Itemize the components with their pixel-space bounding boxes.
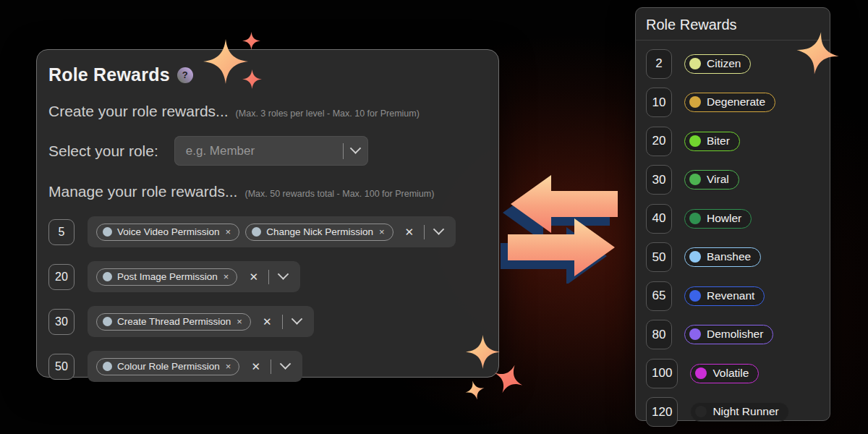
role-tag[interactable]: Change Nick Permission ×	[245, 224, 393, 241]
role-pill[interactable]: Volatile	[690, 364, 759, 383]
chevron-down-icon[interactable]	[280, 358, 292, 370]
level-box[interactable]: 20	[48, 264, 75, 290]
remove-row-icon[interactable]: ✕	[249, 271, 258, 284]
reward-row: 5 Voice Video Permission × Change Nick P…	[48, 216, 498, 247]
divider	[343, 143, 344, 159]
remove-tag-icon[interactable]: ×	[224, 271, 229, 282]
swap-arrows-icon	[501, 171, 625, 284]
reward-row: 10 Degenerate	[646, 87, 820, 119]
chevron-down-icon[interactable]	[349, 142, 361, 154]
level-box[interactable]: 20	[646, 127, 672, 156]
role-rewards-list-panel: Role Rewards 2 Citizen 10 Degenerate 20 …	[635, 7, 830, 421]
panel-title: Role Rewards	[646, 17, 820, 33]
select-role-label: Select your role:	[48, 142, 158, 160]
role-tag[interactable]: Colour Role Permission ×	[96, 358, 239, 375]
role-pill[interactable]: Banshee	[684, 247, 761, 267]
level-box[interactable]: 50	[646, 242, 672, 272]
level-box[interactable]: 80	[646, 320, 672, 349]
create-section-heading: Create your role rewards... (Max. 3 role…	[48, 103, 498, 120]
role-select-row: Select your role: e.g. Member	[48, 136, 498, 166]
role-color-dot	[689, 96, 701, 108]
level-box[interactable]: 50	[48, 354, 75, 380]
role-pill[interactable]: Revenant	[684, 286, 765, 306]
role-color-dot	[252, 227, 261, 237]
role-tag-label: Create Thread Permission	[117, 316, 231, 327]
role-select-dropdown[interactable]: e.g. Member	[174, 136, 368, 166]
level-box[interactable]: 65	[646, 281, 672, 311]
reward-row: 30 Create Thread Permission × ✕	[48, 306, 498, 337]
role-color-dot	[689, 174, 701, 185]
divider	[268, 270, 269, 284]
chevron-down-icon[interactable]	[278, 268, 289, 280]
role-tag[interactable]: Post Image Permission ×	[96, 268, 237, 286]
left-rows: 5 Voice Video Permission × Change Nick P…	[48, 216, 498, 382]
role-color-dot	[103, 317, 112, 326]
reward-row: 80 Demolisher	[646, 319, 820, 351]
role-color-dot	[103, 362, 112, 371]
right-rows: 2 Citizen 10 Degenerate 20 Biter 30 Vira…	[646, 48, 820, 428]
role-name: Citizen	[707, 57, 741, 70]
role-rewards-config-panel: Role Rewards ? Create your role rewards.…	[36, 49, 499, 378]
reward-row: 50 Colour Role Permission × ✕	[48, 351, 498, 382]
role-color-dot	[689, 328, 701, 340]
manage-heading: Manage your role rewards...	[48, 183, 237, 200]
remove-row-icon[interactable]: ✕	[251, 360, 260, 373]
role-name: Degenerate	[707, 95, 765, 109]
level-box[interactable]: 5	[48, 219, 75, 245]
role-name: Revenant	[707, 289, 754, 302]
level-box[interactable]: 10	[646, 88, 672, 117]
remove-row-icon[interactable]: ✕	[263, 315, 272, 328]
reward-row-body: Voice Video Permission × Change Nick Per…	[88, 216, 456, 247]
reward-row: 40 Howler	[646, 203, 820, 234]
role-color-dot	[103, 272, 112, 281]
role-color-dot	[689, 290, 701, 302]
level-box[interactable]: 120	[646, 397, 678, 427]
remove-tag-icon[interactable]: ×	[226, 361, 231, 372]
role-tag-label: Colour Role Permission	[117, 361, 220, 372]
remove-tag-icon[interactable]: ×	[379, 226, 385, 237]
role-name: Volatile	[712, 367, 749, 380]
role-color-dot	[689, 58, 701, 69]
reward-row: 2 Citizen	[646, 48, 820, 80]
role-pill[interactable]: Degenerate	[684, 93, 775, 112]
role-pill[interactable]: Viral	[684, 170, 739, 190]
help-icon[interactable]: ?	[177, 67, 193, 83]
role-pill[interactable]: Demolisher	[684, 325, 773, 344]
role-color-dot	[689, 251, 701, 263]
role-name: Banshee	[707, 250, 751, 263]
reward-row-body: Colour Role Permission × ✕	[88, 351, 302, 382]
role-color-dot	[695, 367, 707, 379]
role-name: Biter	[707, 135, 730, 148]
role-pill[interactable]: Night Runner	[690, 402, 788, 422]
role-name: Howler	[707, 212, 741, 225]
reward-row: 120 Night Runner	[646, 396, 820, 428]
divider	[424, 225, 425, 239]
level-box[interactable]: 100	[646, 359, 678, 388]
level-box[interactable]: 2	[646, 49, 672, 79]
role-tag[interactable]: Create Thread Permission ×	[96, 313, 251, 331]
role-pill[interactable]: Howler	[684, 209, 752, 229]
reward-row-body: Create Thread Permission × ✕	[88, 306, 314, 337]
level-box[interactable]: 30	[646, 165, 672, 195]
create-hint: (Max. 3 roles per level - Max. 10 for Pr…	[236, 109, 420, 119]
manage-hint: (Max. 50 rewards total - Max. 100 for Pr…	[244, 189, 434, 199]
reward-row: 100 Volatile	[646, 357, 820, 389]
level-box[interactable]: 40	[646, 204, 672, 234]
role-tag-label: Change Nick Permission	[266, 226, 373, 237]
divider	[271, 359, 271, 374]
role-pill[interactable]: Biter	[684, 132, 740, 151]
remove-tag-icon[interactable]: ×	[237, 316, 242, 327]
level-box[interactable]: 30	[48, 309, 75, 335]
role-name: Night Runner	[712, 405, 778, 418]
role-tag[interactable]: Voice Video Permission ×	[96, 224, 239, 241]
divider	[636, 40, 830, 41]
sparkle-icon	[463, 378, 487, 402]
role-pill[interactable]: Citizen	[684, 54, 751, 74]
remove-tag-icon[interactable]: ×	[226, 226, 231, 237]
divider	[282, 315, 283, 329]
chevron-down-icon[interactable]	[433, 224, 445, 235]
remove-row-icon[interactable]: ✕	[405, 226, 414, 239]
chevron-down-icon[interactable]	[291, 313, 302, 325]
role-select-placeholder: e.g. Member	[186, 144, 339, 158]
role-color-dot	[103, 227, 112, 237]
